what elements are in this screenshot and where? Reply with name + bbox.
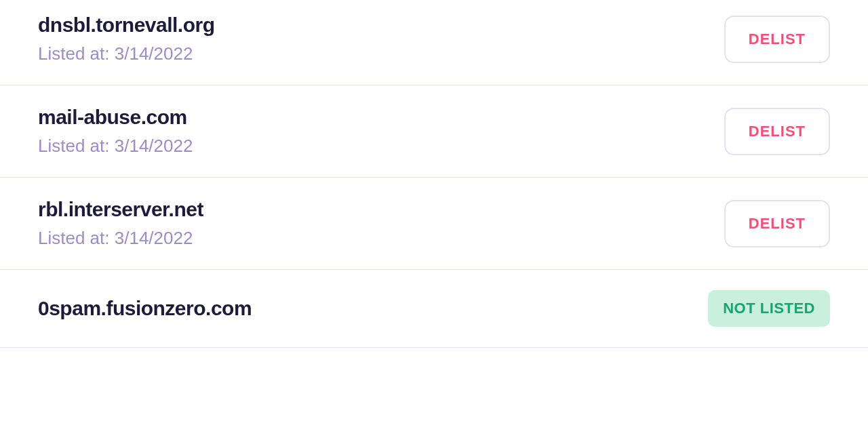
domain-name: rbl.interserver.net [38,198,203,221]
list-item-info: 0spam.fusionzero.com [38,297,252,320]
domain-name: mail-abuse.com [38,106,193,129]
delist-button[interactable]: DELIST [724,16,830,63]
not-listed-badge: NOT LISTED [708,290,830,327]
list-item: mail-abuse.com Listed at: 3/14/2022 DELI… [0,85,868,178]
domain-name: dnsbl.tornevall.org [38,14,215,37]
delist-button[interactable]: DELIST [724,200,830,247]
list-item-info: dnsbl.tornevall.org Listed at: 3/14/2022 [38,14,215,64]
listed-at-label: Listed at: 3/14/2022 [38,228,203,249]
delist-button[interactable]: DELIST [724,108,830,155]
list-item: dnsbl.tornevall.org Listed at: 3/14/2022… [0,0,868,85]
list-item: rbl.interserver.net Listed at: 3/14/2022… [0,178,868,270]
listed-at-label: Listed at: 3/14/2022 [38,43,215,64]
domain-name: 0spam.fusionzero.com [38,297,252,320]
list-item: 0spam.fusionzero.com NOT LISTED [0,270,868,348]
list-item-info: rbl.interserver.net Listed at: 3/14/2022 [38,198,203,249]
list-item-info: mail-abuse.com Listed at: 3/14/2022 [38,106,193,157]
listed-at-label: Listed at: 3/14/2022 [38,136,193,157]
blacklist-results-list: dnsbl.tornevall.org Listed at: 3/14/2022… [0,0,868,348]
